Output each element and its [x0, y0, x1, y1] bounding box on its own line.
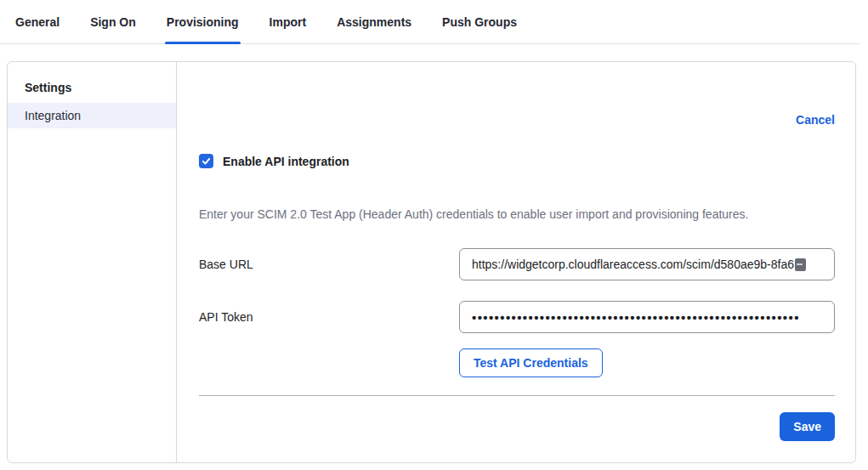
sidebar-item-integration[interactable]: Integration	[8, 103, 176, 128]
cancel-row: Cancel	[199, 113, 835, 127]
test-credentials-row: Test API Credentials	[199, 348, 835, 377]
base-url-input[interactable]: https://widgetcorp.cloudflareaccess.com/…	[459, 248, 835, 280]
base-url-label: Base URL	[199, 258, 459, 271]
save-button[interactable]: Save	[780, 412, 835, 441]
save-row: Save	[199, 412, 835, 441]
spacer	[199, 348, 459, 377]
integration-settings-form: Cancel Enable API integration Enter your…	[177, 62, 855, 462]
enable-api-checkbox[interactable]	[199, 154, 213, 168]
settings-sidebar: Settings Integration	[8, 62, 177, 462]
credentials-description: Enter your SCIM 2.0 Test App (Header Aut…	[199, 206, 835, 223]
enable-api-label: Enable API integration	[223, 155, 349, 168]
tab-assignments[interactable]: Assignments	[337, 0, 411, 43]
tab-general[interactable]: General	[15, 0, 60, 43]
tab-push-groups[interactable]: Push Groups	[442, 0, 517, 43]
test-api-credentials-button[interactable]: Test API Credentials	[459, 348, 603, 377]
tab-import[interactable]: Import	[269, 0, 307, 43]
sidebar-header-settings: Settings	[8, 71, 176, 103]
test-credentials-col: Test API Credentials	[459, 348, 835, 377]
api-token-row: API Token ••••••••••••••••••••••••••••••…	[199, 301, 835, 333]
tab-provisioning[interactable]: Provisioning	[167, 0, 239, 43]
base-url-row: Base URL https://widgetcorp.cloudflareac…	[199, 248, 835, 280]
check-icon	[201, 156, 212, 167]
enable-api-row: Enable API integration	[199, 154, 835, 168]
base-url-value: https://widgetcorp.cloudflareaccess.com/…	[472, 258, 794, 271]
api-token-input[interactable]: ••••••••••••••••••••••••••••••••••••••••…	[459, 301, 835, 333]
cancel-link[interactable]: Cancel	[796, 113, 835, 127]
api-token-label: API Token	[199, 310, 459, 324]
api-token-value: ••••••••••••••••••••••••••••••••••••••••…	[472, 310, 800, 325]
form-divider	[199, 395, 835, 396]
text-selection-block	[795, 258, 806, 271]
app-tab-bar: General Sign On Provisioning Import Assi…	[0, 0, 859, 44]
provisioning-panel: Settings Integration Cancel Enable API i…	[7, 61, 856, 463]
tab-sign-on[interactable]: Sign On	[90, 0, 136, 43]
